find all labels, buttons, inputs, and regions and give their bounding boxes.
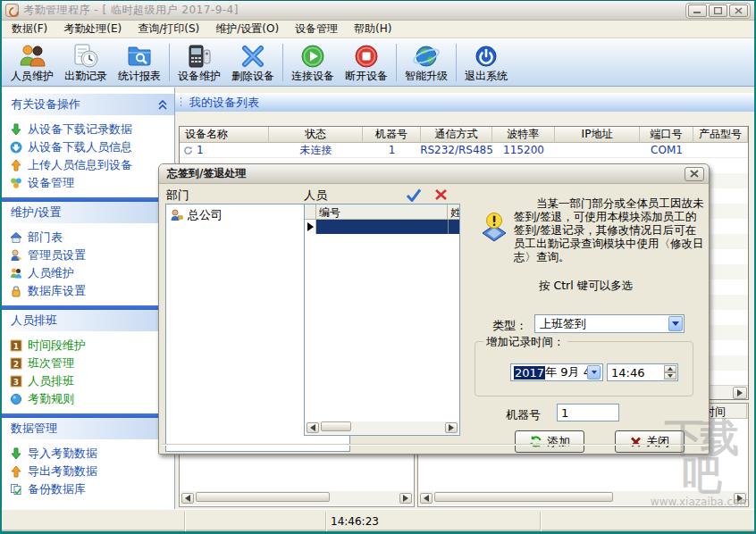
menu-maintain-settings[interactable]: 维护/设置(O) xyxy=(207,20,287,38)
orange-up-arrow-icon xyxy=(10,159,22,171)
toolbar: 人员维护 出勤记录 统计报表 设备维护 xyxy=(2,38,754,87)
drag-grip[interactable] xyxy=(180,96,182,108)
confirm-check-icon[interactable] xyxy=(406,188,422,202)
row-selector-icon xyxy=(305,220,316,234)
dialog-close-icon[interactable] xyxy=(685,167,704,181)
date-picker[interactable]: 2017 年 9月 4日 xyxy=(510,363,603,381)
toolbar-separator xyxy=(456,44,457,81)
delete-x-icon xyxy=(239,42,267,70)
group-title: 增加记录时间： xyxy=(483,335,567,350)
minimize-button[interactable] xyxy=(688,4,707,17)
scroll-left-button[interactable] xyxy=(420,493,433,504)
toolbar-people-maintain-button[interactable]: 人员维护 xyxy=(5,40,59,85)
people-row-selected[interactable] xyxy=(305,220,459,234)
sidebar-item-download-personnel[interactable]: 从设备下载人员信息 xyxy=(2,138,174,156)
sidebar-item-person-maintain[interactable]: 人员维护 xyxy=(2,264,174,282)
scroll-thumb[interactable] xyxy=(434,492,613,502)
date-year-selected[interactable]: 2017 xyxy=(514,366,545,380)
lower-left-hscrollbar xyxy=(181,491,413,505)
col-status[interactable]: 状态 xyxy=(269,127,363,143)
lower-right-hscrollbar xyxy=(419,491,747,505)
green-down-arrow-icon xyxy=(10,447,22,460)
col-baud-rate[interactable]: 波特率 xyxy=(492,127,555,143)
time-spinner xyxy=(664,365,676,380)
sidebar-item-import-data[interactable]: 导入考勤数据 xyxy=(2,445,174,463)
people-grid[interactable]: 编号 姓 xyxy=(304,204,460,436)
sidebar-item-department-table[interactable]: 部门表 xyxy=(2,229,174,246)
sidebar-item-admin-settings[interactable]: 管理员设置 xyxy=(2,246,174,264)
col-port[interactable]: 端口号 xyxy=(640,127,693,143)
col-product-model[interactable]: 产品型号 xyxy=(693,127,748,143)
toolbar-delete-device-button[interactable]: 删除设备 xyxy=(226,40,280,85)
title-bar: 考勤管理程序 - [ 临时超级用户 2017-9-4] xyxy=(2,1,754,21)
sidebar-item-backup-database[interactable]: 备份数据库 xyxy=(2,480,174,498)
menu-query-print[interactable]: 查询/打印(S) xyxy=(130,20,207,38)
col-device-name[interactable]: 设备名称 xyxy=(180,127,269,143)
machine-no-input[interactable] xyxy=(557,404,619,421)
toolbar-disconnect-device-button[interactable]: 断开设备 xyxy=(340,40,393,85)
toolbar-exit-button[interactable]: 退出系统 xyxy=(459,40,513,85)
spinner-up-icon[interactable] xyxy=(664,365,676,372)
maximize-button[interactable] xyxy=(709,4,727,17)
colored-balls-icon xyxy=(10,177,22,189)
col-name-truncated[interactable]: 姓 xyxy=(448,204,459,219)
sidebar-item-upload-personnel[interactable]: 上传人员信息到设备 xyxy=(2,156,174,174)
orange-up-arrow-icon xyxy=(10,465,22,478)
scroll-left-button[interactable] xyxy=(307,422,319,433)
col-employee-no[interactable]: 编号 xyxy=(316,204,448,219)
dropdown-arrow-icon[interactable] xyxy=(668,316,683,331)
record-clock-icon xyxy=(71,42,100,70)
type-dropdown[interactable]: 上班签到 xyxy=(534,314,685,333)
blue-circle-down-icon xyxy=(10,141,22,154)
toolbar-attendance-record-button[interactable]: 出勤记录 xyxy=(59,40,113,85)
sidebar-section-data-manage[interactable]: 数据管理 xyxy=(2,418,174,439)
sidebar-section-device-ops[interactable]: 有关设备操作 xyxy=(2,94,174,115)
scroll-right-button[interactable] xyxy=(734,493,746,504)
sidebar-item-download-records[interactable]: 从设备下载记录数据 xyxy=(2,121,174,138)
people-grid-header: 编号 姓 xyxy=(305,204,459,220)
forget-checkin-dialog: 忘签到/签退处理 部门 总公司 人员 编号 姓 xyxy=(158,163,710,455)
number-3-icon: 3 xyxy=(10,375,22,388)
scroll-right-button[interactable] xyxy=(399,493,412,504)
scroll-thumb[interactable] xyxy=(321,421,351,431)
toolbar-connect-device-button[interactable]: 连接设备 xyxy=(286,40,340,85)
sidebar-item-attendance-rules[interactable]: 考勤规则 xyxy=(2,390,174,408)
green-down-arrow-icon xyxy=(10,123,22,136)
sidebar-item-timeslot-maintain[interactable]: 1 时间段维护 xyxy=(2,337,174,355)
toolbar-smart-upgrade-button[interactable]: 智能升级 xyxy=(399,40,453,85)
close-button[interactable] xyxy=(729,4,748,17)
time-picker[interactable]: 14:46 xyxy=(607,363,678,381)
blue-ball-icon xyxy=(10,393,22,405)
toolbar-separator xyxy=(169,44,170,81)
sidebar-item-export-data[interactable]: 导出考勤数据 xyxy=(2,463,174,480)
backup-pages-icon xyxy=(10,483,22,496)
sidebar-section-maintain[interactable]: 维护/设置 xyxy=(2,202,174,223)
type-value: 上班签到 xyxy=(535,316,668,332)
scroll-right-button[interactable] xyxy=(733,387,747,399)
sidebar-item-database-settings[interactable]: 数据库设置 xyxy=(2,282,174,300)
device-row[interactable]: 1 未连接 1 RS232/RS485 115200 COM1 xyxy=(180,143,748,158)
scroll-thumb[interactable] xyxy=(196,492,330,502)
lock-icon xyxy=(10,285,22,297)
dialog-title-bar: 忘签到/签退处理 xyxy=(159,164,709,184)
sidebar-item-person-schedule[interactable]: 3 人员排班 xyxy=(2,372,174,390)
menu-data[interactable]: 数据(F) xyxy=(4,20,55,38)
menu-attendance[interactable]: 考勤处理(E) xyxy=(55,20,130,38)
machine-no-label: 机器号 xyxy=(506,407,541,423)
toolbar-device-maintain-button[interactable]: 设备维护 xyxy=(172,40,226,85)
col-ip-address[interactable]: IP地址 xyxy=(555,127,640,143)
spinner-down-icon[interactable] xyxy=(664,372,676,380)
col-comm-mode[interactable]: 通信方式 xyxy=(421,127,492,143)
date-dropdown-arrow-icon[interactable] xyxy=(587,365,601,380)
menu-device-manage[interactable]: 设备管理 xyxy=(287,20,346,38)
menu-help[interactable]: 帮助(H) xyxy=(346,20,399,38)
sidebar-item-device-manage[interactable]: 设备管理 xyxy=(2,174,174,192)
sidebar-section-scheduling[interactable]: 人员排班 xyxy=(2,310,174,331)
dialog-instructions: 当某一部门部分或全体员工因故未签到/签退，可使用本模块添加员工的签到/签退记录，… xyxy=(514,196,707,263)
scroll-right-button[interactable] xyxy=(445,422,458,433)
col-machine-no[interactable]: 机器号 xyxy=(363,127,421,143)
scroll-left-button[interactable] xyxy=(181,493,194,504)
toolbar-report-button[interactable]: 统计报表 xyxy=(113,40,166,85)
sidebar-item-shift-manage[interactable]: 2 班次管理 xyxy=(2,355,174,372)
clear-cross-icon[interactable] xyxy=(434,188,448,201)
